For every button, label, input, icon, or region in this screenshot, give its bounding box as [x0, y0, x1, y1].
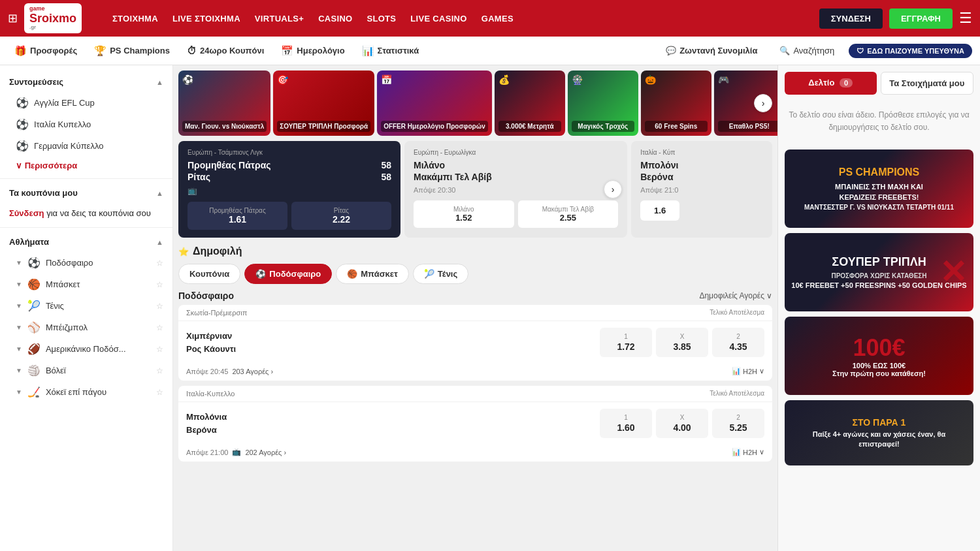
search-button[interactable]: 🔍 Αναζήτηση [772, 42, 842, 59]
right-banner-3[interactable]: ΣΤΟ ΠΑΡΑ 1 Παίξε 4+ αγώνες και αν χάσεις… [785, 400, 973, 465]
promo-card-0[interactable]: ⚽ Μαν. Γιουν. vs Νιούκαστλ [178, 71, 270, 136]
responsible-button[interactable]: 🛡 ΕΔΩ ΠΑΙΖΟΥΜΕ ΥΠΕΥΘΥΝΑ [849, 44, 972, 58]
sidebar-item-basketball[interactable]: ▼ 🏀 Μπάσκετ ☆ [0, 274, 172, 295]
chevron-down-h2h-1: ∨ [759, 448, 764, 456]
nav-slots[interactable]: SLOTS [367, 14, 397, 24]
team1-0: Χιμπέρνιαν [186, 330, 595, 343]
odd-1-1[interactable]: 1 1.60 [600, 409, 652, 438]
nav-links: ΣΤΟΙΧΗΜΑ LIVE ΣΤΟΙΧΗΜΑ VIRTUALS+ CASINO … [112, 14, 806, 24]
match-row-0-result: Τελικό Αποτέλεσμα [710, 309, 764, 317]
promo-icon-5: 🎃 [645, 74, 656, 85]
promo-card-3[interactable]: 💰 3.000€ Μετρητά [495, 71, 565, 136]
star-popular-icon: ⭐ [178, 247, 189, 257]
tab-tennis[interactable]: 🎾 Τένις [413, 264, 468, 284]
match-1-odd1[interactable]: Μιλάνο 1.52 [414, 200, 514, 228]
register-button[interactable]: ΕΓΓΡΑΦΗ [889, 8, 953, 29]
odd-2-0[interactable]: 2 4.35 [712, 328, 764, 357]
tab-coupons[interactable]: Κουπόνια [178, 264, 240, 284]
odd-2-1[interactable]: 2 5.25 [712, 409, 764, 438]
right-banner-2[interactable]: 100€ 100% ΕΩΣ 100€Στην πρώτη σου κατάθεσ… [785, 317, 973, 395]
odds-grid-1: 1 1.60 Χ 4.00 2 5.25 [600, 409, 764, 438]
promo-card-4[interactable]: 🎡 Μαγικός Τροχός [568, 71, 638, 136]
star-icon-football[interactable]: ☆ [156, 259, 163, 268]
stats-nav-item[interactable]: 📊 Στατιστικά [355, 41, 426, 61]
promo-card-5[interactable]: 🎃 60 Free Spins [641, 71, 711, 136]
tab-football[interactable]: ⚽ Ποδόσφαιρο [244, 264, 332, 284]
match-2-time: Απόψε 21:0 [640, 186, 763, 194]
ps-champions-nav-item[interactable]: 🏆 PS Champions [88, 41, 176, 61]
shortcuts-header[interactable]: Συντομεύσεις ▲ [0, 72, 172, 92]
betslip-tab-active[interactable]: Δελτίο 0 [785, 72, 877, 95]
nav-virtuals[interactable]: VIRTUALS+ [255, 14, 304, 24]
nav-live-stoixima[interactable]: LIVE ΣΤΟΙΧΗΜΑ [172, 14, 240, 24]
signin-button[interactable]: ΣΥΝΔΕΣΗ [819, 8, 883, 29]
match-row-0-league: Σκωτία-Πρέμιερσιπ [186, 309, 247, 317]
coupon-section: Σύνδεση για να δεις τα κουπόνια σου [0, 203, 172, 223]
star-icon-am-football[interactable]: ☆ [156, 345, 163, 354]
odd-x-1[interactable]: Χ 4.00 [656, 409, 708, 438]
calendar-nav-item[interactable]: 📅 Ημερολόγιο [274, 41, 351, 61]
star-icon-hockey[interactable]: ☆ [156, 388, 163, 397]
sidebar-item-hockey[interactable]: ▼ 🏒 Χόκεϊ επί πάγου ☆ [0, 381, 172, 403]
tv-small-icon: 📺 [232, 448, 241, 456]
star-icon-basketball[interactable]: ☆ [156, 280, 163, 289]
chevron-down-icon-basketball: ▼ [16, 281, 22, 288]
sidebar-divider-2 [0, 227, 172, 228]
h2h-button-0[interactable]: 📊 H2H ∨ [732, 367, 764, 375]
more-shortcuts-link[interactable]: ∨ Περισσότερα [0, 157, 172, 174]
right-banner-0-text: PS CHAMPIONS ΜΠΑΙΝΕΙΣ ΣΤΗ ΜΑΧΗ ΚΑΙΚΕΡΔΙΖ… [804, 165, 954, 213]
sidebar-item-football[interactable]: ▼ ⚽ Ποδόσφαιρο ☆ [0, 252, 172, 274]
match-1-markets-link[interactable]: 202 Αγορές › [245, 449, 286, 456]
match-0-odd1[interactable]: Προμηθέας Πάτρας 1.61 [188, 202, 287, 230]
h2h-button-1[interactable]: 📊 H2H ∨ [732, 448, 764, 456]
promo-icon-1: 🎯 [277, 74, 288, 85]
match-0-footer-right: 📊 H2H ∨ [732, 367, 764, 375]
sidebar-item-american-football[interactable]: ▼ 🏈 Αμερικάνικο Ποδόσ... ☆ [0, 338, 172, 360]
nav-games[interactable]: GAMES [482, 14, 514, 24]
match-1-odd2[interactable]: Μακάμπι Τελ Αβίβ 2.55 [518, 200, 619, 228]
match-0-odd2[interactable]: Ρίτας 2.22 [291, 202, 391, 230]
odd-x-1-label: Χ [659, 414, 706, 421]
sports-header[interactable]: Αθλήματα ▲ [0, 232, 172, 252]
hamburger-icon[interactable]: ☰ [959, 10, 972, 27]
match-carousel-arrow[interactable]: › [604, 180, 622, 198]
coupons-header[interactable]: Τα κουπόνια μου ▲ [0, 183, 172, 203]
sidebar-item-volleyball[interactable]: ▼ 🏐 Βόλεϊ ☆ [0, 360, 172, 381]
match-0-markets-link[interactable]: 203 Αγορές › [232, 368, 273, 375]
nav-casino[interactable]: CASINO [318, 14, 352, 24]
coupon-24-nav-item[interactable]: ⏱ 24ωρο Κουπόνι [180, 41, 270, 60]
sidebar-item-tennis[interactable]: ▼ 🎾 Τένις ☆ [0, 295, 172, 317]
match-0-odd2-label: Ρίτας [295, 207, 387, 214]
chevron-down-icon-volleyball: ▼ [16, 367, 22, 374]
offers-nav-item[interactable]: 🎁 Προσφορές [8, 41, 84, 61]
shortcut-efl[interactable]: ⚽ Αγγλία EFL Cup [0, 92, 172, 114]
right-banner-1[interactable]: ΣΟΥΠΕΡ ΤΡΙΠΛΗ ΠΡΟΣΦΟΡΑ ΧΩΡΙΣ ΚΑΤΑΘΕΣΗ 10… [785, 233, 973, 311]
nav-stoixima[interactable]: ΣΤΟΙΧΗΜΑ [112, 14, 158, 24]
signin-link[interactable]: Σύνδεση [9, 208, 44, 218]
shortcut-germany-cup[interactable]: ⚽ Γερμανία Κύπελλο [0, 135, 172, 157]
live-chat-button[interactable]: 💬 Ζωντανή Συνομιλία [658, 42, 765, 59]
shortcut-italy-cup[interactable]: ⚽ Ιταλία Κυπελλο [0, 114, 172, 135]
promo-card-1[interactable]: 🎯 ΣΟΥΠΕΡ ΤΡΙΠΛΗ Προσφορά [273, 71, 374, 136]
betslip-tab-my-bets[interactable]: Τα Στοιχήματά μου [881, 72, 974, 95]
tab-basketball[interactable]: 🏀 Μπάσκετ [336, 264, 409, 284]
carousel-next-arrow[interactable]: › [754, 94, 772, 112]
popular-markets-link[interactable]: Δημοφιλείς Αγορές ∨ [699, 291, 772, 300]
match-0-score2: 58 [381, 172, 391, 182]
promo-card-2[interactable]: 📅 OFFER Ημερολόγιο Προσφορών [377, 71, 492, 136]
match-2-odd1[interactable]: 1.6 [640, 200, 679, 221]
chevron-down-h2h-0: ∨ [759, 367, 764, 375]
star-icon-baseball[interactable]: ☆ [156, 323, 163, 332]
star-icon-tennis[interactable]: ☆ [156, 302, 163, 311]
chevron-down-icon-tennis: ▼ [16, 302, 22, 309]
odd-1-0[interactable]: 1 1.72 [600, 328, 652, 357]
star-icon-volleyball[interactable]: ☆ [156, 366, 163, 375]
right-banner-0[interactable]: PS CHAMPIONS ΜΠΑΙΝΕΙΣ ΣΤΗ ΜΑΧΗ ΚΑΙΚΕΡΔΙΖ… [785, 150, 973, 228]
odd-x-0[interactable]: Χ 3.85 [656, 328, 708, 357]
grid-icon[interactable]: ⊞ [8, 11, 18, 25]
nav-live-casino[interactable]: LIVE CASINO [410, 14, 466, 24]
main-content: ⚽ Μαν. Γιουν. vs Νιούκαστλ 🎯 ΣΟΥΠΕΡ ΤΡΙΠ… [173, 65, 777, 551]
sports-chevron-up: ▲ [156, 238, 163, 246]
sidebar-item-baseball[interactable]: ▼ ⚾ Μπέιζμπολ ☆ [0, 317, 172, 338]
match-0-team1: Προμηθέας Πάτρας [188, 160, 271, 170]
